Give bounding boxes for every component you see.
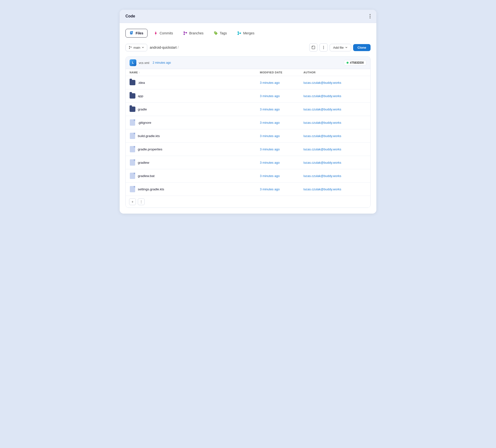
svg-point-9	[184, 34, 185, 35]
svg-point-19	[323, 46, 324, 47]
file-icon	[130, 119, 135, 126]
commit-bar-left: L vcs xml 2 minutes ago	[130, 59, 171, 66]
file-icon	[130, 173, 135, 179]
table-row[interactable]: gradle.properties 3 minutes ago lucas.cz…	[126, 143, 370, 156]
folder-icon	[130, 107, 135, 112]
tab-merges[interactable]: Merges	[233, 29, 259, 38]
file-icon-wrapper	[130, 93, 135, 99]
modified-date-cell: 3 minutes ago	[260, 187, 303, 191]
commit-bar: L vcs xml 2 minutes ago #7583DD0	[126, 57, 370, 69]
table-row[interactable]: gradle 3 minutes ago lucas.czulak@buddy.…	[126, 103, 370, 116]
toolbar-right: Add file Clone	[309, 43, 371, 52]
file-name-cell: settings.gradle.kts	[130, 186, 260, 193]
tab-branches[interactable]: Branches	[179, 29, 208, 38]
file-icon-wrapper	[130, 119, 135, 126]
table-row[interactable]: gradlew 3 minutes ago lucas.czulak@buddy…	[126, 156, 370, 169]
file-name-cell: gradle.properties	[130, 146, 260, 153]
modified-date-cell: 3 minutes ago	[260, 147, 303, 151]
merges-icon	[237, 31, 241, 35]
card-header: Code	[120, 10, 376, 23]
tab-files[interactable]: Files	[125, 29, 147, 38]
modified-date-cell: 3 minutes ago	[260, 94, 303, 98]
table-header: NAME ↑ MODIFIED DATE AUTHOR	[126, 69, 370, 76]
file-name: app	[138, 94, 143, 98]
tab-tags-label: Tags	[220, 31, 227, 35]
svg-point-11	[215, 32, 216, 33]
file-icon	[130, 133, 135, 139]
tab-tags[interactable]: Tags	[209, 29, 231, 38]
add-file-button[interactable]: Add file	[330, 44, 351, 51]
col-name[interactable]: NAME ↑	[130, 71, 260, 74]
table-row[interactable]: .idea 3 minutes ago lucas.czulak@buddy.w…	[126, 76, 370, 89]
file-icon-wrapper	[130, 106, 135, 113]
author-cell: lucas.czulak@buddy.works	[303, 161, 366, 164]
branch-selector-icon	[129, 46, 132, 49]
branch-name: main	[133, 46, 140, 49]
footer-more-button[interactable]: ⋮	[138, 198, 145, 205]
file-icon-wrapper	[130, 132, 135, 139]
table-row[interactable]: gradlew.bat 3 minutes ago lucas.czulak@b…	[126, 169, 370, 183]
table-row[interactable]: .gitignore 3 minutes ago lucas.czulak@bu…	[126, 116, 370, 129]
vertical-dots-icon	[323, 46, 324, 49]
expand-icon	[312, 46, 315, 49]
file-icon	[130, 186, 135, 192]
add-file-chevron-icon	[345, 46, 348, 49]
author-cell: lucas.czulak@buddy.works	[303, 187, 366, 191]
author-cell: lucas.czulak@buddy.works	[303, 94, 366, 98]
header-more-button[interactable]	[370, 14, 371, 18]
file-name-cell: app	[130, 93, 260, 99]
file-name: gradlew.bat	[138, 174, 155, 178]
breadcrumb-separator: /	[178, 46, 178, 49]
sort-icon: ↑	[139, 71, 140, 74]
svg-point-20	[323, 47, 324, 48]
clone-button[interactable]: Clone	[353, 44, 371, 51]
table-row[interactable]: app 3 minutes ago lucas.czulak@buddy.wor…	[126, 89, 370, 103]
folder-icon	[130, 80, 135, 85]
table-row[interactable]: settings.gradle.kts 3 minutes ago lucas.…	[126, 183, 370, 196]
file-icon-wrapper	[130, 159, 135, 166]
file-table: L vcs xml 2 minutes ago #7583DD0 NAME ↑ …	[125, 56, 371, 208]
tab-merges-label: Merges	[243, 31, 255, 35]
svg-point-13	[238, 34, 239, 35]
svg-point-8	[184, 31, 185, 33]
page-title: Code	[125, 14, 135, 18]
commit-hash-badge[interactable]: #7583DD0	[344, 60, 366, 65]
file-icon-wrapper	[130, 186, 135, 193]
avatar: L	[130, 59, 136, 66]
file-name: .idea	[138, 81, 145, 85]
expand-button[interactable]	[309, 43, 318, 52]
more-options-button[interactable]	[319, 43, 328, 52]
hash-status-dot	[347, 62, 349, 64]
table-row[interactable]: build.gradle.kts 3 minutes ago lucas.czu…	[126, 129, 370, 143]
branches-icon	[183, 31, 187, 35]
breadcrumb-repo: android-quickstart	[150, 46, 177, 49]
file-name: gradle.properties	[138, 147, 162, 151]
commit-time: 2 minutes ago	[153, 61, 171, 64]
file-name: .gitignore	[138, 121, 151, 124]
file-name-cell: .gitignore	[130, 119, 260, 126]
tab-branches-label: Branches	[189, 31, 203, 35]
col-modified-date: MODIFIED DATE	[260, 71, 303, 74]
modified-date-cell: 3 minutes ago	[260, 134, 303, 138]
tags-icon	[214, 31, 218, 35]
author-cell: lucas.czulak@buddy.works	[303, 108, 366, 111]
file-icon	[130, 159, 135, 166]
file-icon	[130, 146, 135, 152]
table-footer: + ⋮	[126, 196, 370, 208]
svg-rect-2	[131, 32, 132, 33]
commit-hash-value: #7583DD0	[350, 61, 364, 64]
chevron-down-icon	[142, 46, 144, 49]
svg-rect-3	[131, 33, 132, 33]
tab-commits-label: Commits	[160, 31, 173, 35]
main-card: Code Files	[120, 10, 376, 214]
toolbar: main android-quickstart /	[125, 43, 371, 52]
add-row-button[interactable]: +	[129, 198, 136, 205]
breadcrumb: android-quickstart /	[150, 46, 307, 49]
file-name-cell: gradle	[130, 106, 260, 113]
author-cell: lucas.czulak@buddy.works	[303, 121, 366, 124]
commit-message: vcs xml	[139, 61, 149, 65]
branch-selector[interactable]: main	[125, 44, 147, 51]
file-icon-wrapper	[130, 172, 135, 179]
tab-commits[interactable]: Commits	[149, 29, 177, 38]
svg-point-12	[238, 31, 239, 33]
